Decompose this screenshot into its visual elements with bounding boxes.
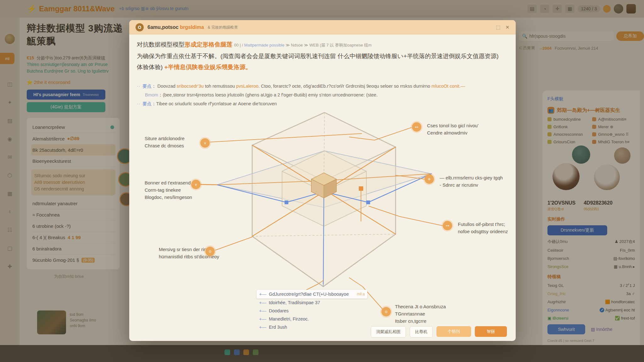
- annotation-line: Chrase dc dmoses: [145, 142, 201, 149]
- dialog-bullets: ∙∙要点： Doovzad sribocsedr'3u toh remutiss…: [137, 82, 508, 108]
- intro-line-3: 体验体验) +半情息倶陕卷业娱乐甥曼洛源。: [137, 62, 508, 73]
- bullet-text: Tibee oc sriudurlc souofe rf'ycrrlatsue …: [156, 101, 277, 106]
- checklist-item[interactable]: +—tdoirhée, Tradilsimpae 37: [257, 299, 367, 307]
- dialog-footer: 润聚减乱相医 比尊机 个悒刊 智丽: [371, 326, 507, 337]
- annotation-line: TGnnrtasnnae: [395, 310, 467, 317]
- marker-b1[interactable]: ⊙: [381, 307, 391, 316]
- checklist-item[interactable]: +—Manedletri, Firzeoc.: [257, 315, 367, 323]
- checklist-label: Erd 3ush: [269, 323, 287, 331]
- footer-button-secondary-2[interactable]: 比尊机: [410, 326, 433, 337]
- annotation-r3: Futullos oif-pibrst t'hrc; nofoe odsgtts…: [458, 221, 516, 235]
- bullet-label: 要点: [142, 101, 152, 106]
- plus-icon: +—: [259, 290, 266, 298]
- annotation-line: Cses tonol lso gicl nivou': [427, 122, 499, 129]
- crumb-seg: ≫ Ndsoe ≫ WEB (届 7 以 赛鞆加oapnese 纽m: [284, 43, 371, 47]
- intro-accent-text: 形成定形格隹腿莲: [185, 41, 232, 48]
- bullet-link[interactable]: pvsLaleroo: [236, 84, 258, 89]
- bullet-link[interactable]: mlucoOt conit.—: [431, 84, 465, 89]
- diagram-checklist: +—GdJurecotre/grt?dlae CT(+U-lsbooayoeml…: [257, 290, 367, 331]
- crumb-link[interactable]: Mattpermade possible: [244, 43, 285, 47]
- checklist-label: Doodares: [269, 307, 289, 315]
- dialog-subtitle: & 完妝的饱躁检查: [208, 25, 238, 30]
- dialog-avatar-icon: O: [136, 23, 144, 31]
- crumb-seg: 00 | /: [234, 43, 244, 47]
- plus-icon: +—: [259, 315, 266, 323]
- screen: ⚡Eamggar 8011&Wave +b srligrso 블≅ ob ŷ/o…: [0, 0, 644, 362]
- bullet-label: 要点: [142, 84, 152, 89]
- marker-a3[interactable]: ⊙: [205, 247, 215, 256]
- bullet-seg: toh remutissou: [204, 84, 236, 89]
- checklist-label: GdJurecotre/grt?dlae CT(+U-lsbooayoe: [269, 290, 349, 298]
- intro-dark-text: 对抗数据模型模型: [137, 41, 185, 48]
- dialog-intro: 对抗数据模型模型形成定形格隹腿莲 00 | / Mattpermade poss…: [137, 39, 508, 73]
- annotation-line: - Sdnrc ar ricrutinv: [440, 181, 515, 189]
- intro-plain-text: 体验体验): [137, 64, 164, 70]
- annotation-line: — elb.rrmsrlerru cks-giey tgqh: [440, 174, 515, 181]
- plus-icon: +—: [259, 323, 266, 331]
- window-controls: ⬚ ✕: [496, 25, 509, 30]
- annotation-line: Itsber cn,tgcrre: [395, 317, 467, 325]
- bullet-1: ∙∙要点： Doovzad sribocsedr'3u toh remutiss…: [137, 82, 508, 90]
- checklist-item-highlighted[interactable]: +—GdJurecotre/grt?dlae CT(+U-lsbooayoeml…: [257, 290, 367, 299]
- cube-diagram: Siture artdclonodre Chrase dc dmoses ∨ B…: [129, 108, 516, 328]
- dialog: O 6amu,potsoc brgsldima & 完妝的饱躁检查 ⬚ ✕ 对抗…: [129, 20, 516, 341]
- marker-a1[interactable]: ∨: [200, 138, 210, 148]
- close-icon[interactable]: ✕: [505, 25, 509, 30]
- bullet-2: Bmom：(bee,stonsr trsrr4jrreortss loeso j…: [137, 90, 508, 99]
- annotation-line: Cendre almowdmiv: [427, 129, 499, 136]
- bullet-3: ∙∙要点：Tibee oc sriudurlc souofe rf'ycrrla…: [137, 99, 508, 108]
- fullscreen-icon[interactable]: ⬚: [496, 25, 500, 30]
- marker-r2[interactable]: ✛: [425, 174, 434, 184]
- checklist-item[interactable]: +—Erd 3ush: [257, 323, 367, 331]
- annotation-line: Futullos oif-pibrst t'hrc;: [458, 221, 516, 228]
- bullet-seg: . Ctoo, forarctc? octe, o5g'acdiEb.r?cs'…: [258, 84, 431, 89]
- plus-icon: +—: [259, 299, 266, 306]
- marker-a2[interactable]: ∨: [191, 180, 201, 189]
- marker-r3[interactable]: ⊶: [443, 221, 452, 230]
- intro-line-2: 为确保为作重点依仕基于不解。(阅查阅者会会是厦敷关键词词殷乳速刊连留 什么中锢魍…: [137, 51, 508, 62]
- intro-accent-text-2: +半情息倶陕卷业娱乐甥曼洛源。: [164, 64, 252, 70]
- footer-button-primary-light[interactable]: 个悒刊: [436, 326, 471, 337]
- dialog-title: 6amu,potsoc brgsldima: [147, 25, 204, 30]
- footer-button-secondary[interactable]: 润聚减乱相医: [371, 326, 406, 337]
- annotation-b1: Thecena Jt o Aonsbruza TGnnrtasnnae Itsb…: [395, 303, 467, 325]
- marker-r1[interactable]: ⊷: [412, 122, 421, 132]
- checklist-label: Manedletri, Firzeoc.: [269, 315, 309, 323]
- dialog-title-text: 6amu,potsoc: [147, 25, 179, 30]
- annotation-line: nofoe odsgttsy orideenz: [458, 228, 516, 235]
- dialog-title-accent: brgsldima: [180, 25, 204, 30]
- intro-breadcrumb: 00 | / Mattpermade possible ≫ Ndsoe ≫ WE…: [234, 43, 371, 47]
- bullet-dots: ∙∙: [137, 84, 141, 89]
- bullet-link[interactable]: sribocsedr'3u: [177, 84, 204, 89]
- bullet-dots: ∙∙: [137, 101, 141, 106]
- annotation-r1: Cses tonol lso gicl nivou' Cendre almowd…: [427, 122, 499, 136]
- checklist-item[interactable]: +—Doodares: [257, 307, 367, 315]
- annotation-line: Thecena Jt o Aonsbruza: [395, 303, 467, 310]
- intro-line-1: 对抗数据模型模型形成定形格隹腿莲 00 | / Mattpermade poss…: [137, 39, 508, 51]
- annotation-line: Siture artdclonodre: [145, 135, 201, 142]
- annotation-r2: — elb.rrmsrlerru cks-giey tgqh - Sdnrc a…: [440, 174, 515, 189]
- footer-button-primary[interactable]: 智丽: [475, 326, 507, 337]
- annotation-a1: Siture artdclonodre Chrase dc dmoses: [145, 135, 201, 149]
- bullet-text: (bee,stonsr trsrr4jrreortss loeso jrlutc…: [163, 92, 377, 97]
- checklist-label: tdoirhée, Tradilsimpae 37: [269, 299, 320, 306]
- plus-icon: +—: [259, 307, 266, 315]
- bullet-label: Bmom: [145, 92, 158, 97]
- checklist-suffix: mll:a: [357, 290, 365, 298]
- bullet-seg: Doovzad: [158, 84, 177, 89]
- annotation-line: Blogdoc, nes/limgeson: [145, 194, 204, 201]
- dialog-header: O 6amu,potsoc brgsldima & 完妝的饱躁检查 ⬚ ✕: [129, 20, 516, 35]
